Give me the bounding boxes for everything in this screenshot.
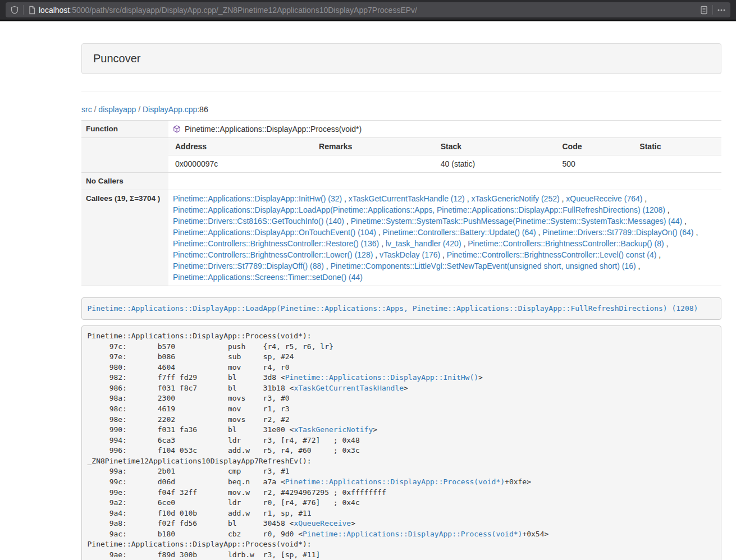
remarks-value [312,155,434,173]
function-info-table: Function Pinetime::Applications::Display… [81,120,721,286]
browser-toolbar: localhost:5000/path/src/displayapp/Displ… [0,0,736,20]
callee-link[interactable]: Pinetime::Controllers::BrightnessControl… [173,250,373,259]
col-code: Code [555,138,633,155]
callee-link[interactable]: Pinetime::Components::LittleVgl::SetNewT… [331,261,636,270]
reader-view-icon[interactable] [700,6,708,15]
loadapp-link[interactable]: Pinetime::Applications::DisplayApp::Load… [88,304,698,313]
callee-link[interactable]: xTaskGenericNotify (252) [471,194,559,203]
callee-link[interactable]: Pinetime::Drivers::St7789::DisplayOff() … [173,261,324,270]
metrics-values-row: 0x0000097c 40 (static) 500 [168,155,721,173]
callees-row: Callees (19, Σ=3704 ) Pinetime::Applicat… [81,190,721,286]
callee-link[interactable]: xQueueReceive (764) [566,194,642,203]
url-path: :5000/path/src/displayapp/DisplayApp.cpp… [70,6,417,15]
page-container: Puncover src / displayapp / DisplayApp.c… [81,43,721,560]
metrics-header-row: Address Remarks Stack Code Static [168,138,721,155]
app-header: Puncover [81,43,721,74]
address-value: 0x0000097c [168,155,312,173]
callee-link[interactable]: lv_task_handler (420) [386,239,461,248]
callees-list: Pinetime::Applications::DisplayApp::Init… [168,190,721,286]
callee-link[interactable]: Pinetime::Drivers::St7789::DisplayOn() (… [542,228,693,237]
header-divider [81,91,721,91]
callee-link[interactable]: Pinetime::Controllers::BrightnessControl… [468,239,664,248]
disassembly-code: Pinetime::Applications::DisplayApp::Proc… [81,325,721,560]
url-bar[interactable]: localhost:5000/path/src/displayapp/Displ… [6,2,730,17]
disassembly-symbol-link[interactable]: Pinetime::Applications::DisplayApp::Proc… [303,530,522,538]
symbol-cube-icon [173,125,181,133]
breadcrumb: src / displayapp / DisplayApp.cpp:86 [81,104,721,115]
no-callers-row: No Callers [81,173,721,190]
callee-link[interactable]: Pinetime::Applications::DisplayApp::Load… [173,205,665,214]
urlbar-separator [23,5,24,15]
function-label: Function [81,121,168,138]
callee-link[interactable]: xTaskGetCurrentTaskHandle (12) [349,194,465,203]
callee-link[interactable]: vTaskDelay (176) [380,250,440,259]
urlbar-separator-right [712,5,713,15]
breadcrumb-line-number: :86 [197,105,208,114]
static-value [633,155,721,173]
disassembly-symbol-link[interactable]: xTaskGetCurrentTaskHandle [294,384,404,392]
function-row: Function Pinetime::Applications::Display… [81,121,721,138]
stack-value: 40 (static) [434,155,556,173]
function-name: Pinetime::Applications::DisplayApp::Proc… [185,125,362,134]
no-callers-label: No Callers [81,173,168,190]
metrics-table: Address Remarks Stack Code Static 0x0000… [168,138,721,172]
shield-icon[interactable] [10,6,19,15]
callee-link[interactable]: Pinetime::Controllers::Battery::Update()… [383,228,536,237]
disassembly-symbol-link[interactable]: xTaskGenericNotify [294,425,373,434]
col-address: Address [168,138,312,155]
highlighted-callee-snippet: Pinetime::Applications::DisplayApp::Load… [81,297,721,320]
callee-link[interactable]: Pinetime::Drivers::Cst816S::GetTouchInfo… [173,217,344,226]
app-title: Puncover [93,52,141,65]
callee-link[interactable]: Pinetime::Applications::Screens::Timer::… [173,273,363,282]
page-icon [28,6,36,15]
disassembly-symbol-link[interactable]: Pinetime::Applications::DisplayApp::Init… [285,373,478,382]
window-divider [0,20,736,21]
disassembly-symbol-link[interactable]: xQueueReceive [294,519,351,527]
col-remarks: Remarks [312,138,434,155]
col-static: Static [633,138,721,155]
url-host: localhost [39,6,70,15]
breadcrumb-displayapp-link[interactable]: displayapp [98,105,136,114]
callee-link[interactable]: Pinetime::Applications::DisplayApp::Init… [173,194,342,203]
breadcrumb-file-link[interactable]: DisplayApp.cpp [143,105,197,114]
metrics-row: Address Remarks Stack Code Static 0x0000… [81,138,721,173]
callee-link[interactable]: Pinetime::System::SystemTask::PushMessag… [351,217,683,226]
col-stack: Stack [434,138,556,155]
callee-link[interactable]: Pinetime::Applications::DisplayApp::OnTo… [173,228,376,237]
breadcrumb-separator: / [138,105,140,114]
code-value: 500 [555,155,633,173]
disassembly-symbol-link[interactable]: Pinetime::Applications::DisplayApp::Proc… [285,478,505,486]
callee-link[interactable]: Pinetime::Controllers::BrightnessControl… [173,239,379,248]
breadcrumb-separator: / [94,105,97,114]
callees-label: Callees (19, Σ=3704 ) [81,190,168,286]
more-actions-icon[interactable] [717,6,726,15]
breadcrumb-src-link[interactable]: src [81,105,92,114]
url-text[interactable]: localhost:5000/path/src/displayapp/Displ… [39,6,700,15]
callee-link[interactable]: Pinetime::Controllers::BrightnessControl… [447,250,656,259]
